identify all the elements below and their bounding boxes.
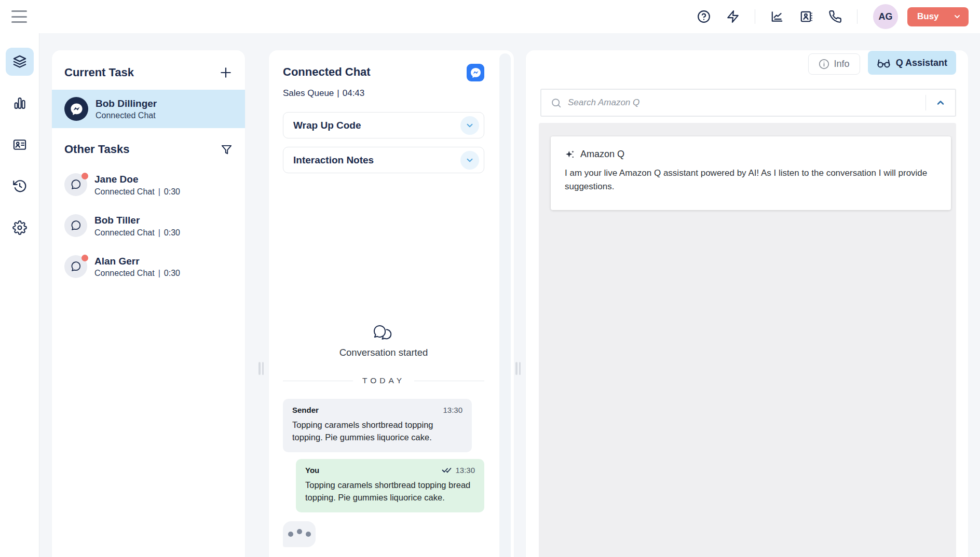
tasks-panel: Current Task Bob Dillinger Connected Cha… — [52, 50, 245, 557]
q-suggestions-section: Amazon Q I am your live Amazon Q assista… — [539, 123, 956, 557]
task-name: Jane Doe — [94, 173, 180, 186]
message-text: Topping caramels shortbread topping brea… — [305, 479, 475, 504]
delivered-check-icon — [442, 466, 452, 474]
sidebar-item-settings[interactable] — [6, 214, 34, 242]
amazon-q-card-body: I am your live Amazon Q assistant powere… — [565, 166, 937, 194]
amazon-q-card-title: Amazon Q — [580, 149, 624, 160]
avatar-initials: AG — [879, 11, 893, 22]
top-bar-actions: AG Busy — [689, 4, 969, 29]
search-input[interactable] — [562, 98, 925, 108]
tab-q-assistant[interactable]: Q Assistant — [868, 51, 956, 75]
interaction-notes-accordion[interactable]: Interaction Notes — [283, 147, 484, 173]
task-channel: Connected Chat — [94, 187, 155, 196]
message-bubble-incoming: Sender 13:30 Topping caramels shortbread… — [283, 399, 472, 452]
glasses-icon — [877, 56, 891, 70]
chat-bubbles-icon — [372, 325, 395, 342]
task-duration: 0:30 — [164, 269, 180, 277]
task-name: Bob Tiller — [94, 214, 180, 227]
bar-chart-icon — [12, 96, 27, 110]
chat-bubble-icon — [64, 255, 87, 278]
current-task-channel: Connected Chat — [96, 111, 157, 120]
task-name: Alan Gerr — [94, 255, 180, 268]
accordion-label: Interaction Notes — [293, 155, 374, 166]
chat-panel: Connected Chat Sales Queue|04:43 Wrap Up… — [269, 50, 514, 557]
agent-status-label: Busy — [917, 11, 939, 22]
conversation-started-label: Conversation started — [339, 347, 428, 358]
message-author: Sender — [292, 406, 319, 414]
messenger-channel-icon[interactable] — [467, 64, 484, 81]
amazon-q-card: Amazon Q I am your live Amazon Q assista… — [551, 136, 951, 210]
current-task-title: Current Task — [64, 66, 134, 79]
metrics-icon[interactable] — [769, 9, 785, 24]
directory-icon[interactable] — [798, 9, 814, 24]
sidebar-item-contacts[interactable] — [6, 131, 34, 159]
messenger-icon — [64, 97, 88, 121]
conversation-started: Conversation started — [283, 325, 484, 358]
quick-connects-icon[interactable] — [725, 9, 741, 24]
search-icon — [551, 98, 562, 108]
settings-gear-icon — [12, 220, 27, 235]
task-duration: 0:30 — [164, 187, 180, 196]
phone-icon[interactable] — [827, 9, 843, 24]
chevron-down-icon[interactable] — [460, 116, 479, 135]
unread-dot — [81, 173, 88, 179]
plus-icon — [219, 66, 233, 79]
tab-info[interactable]: Info — [808, 53, 860, 75]
contact-timer: 04:43 — [343, 88, 365, 98]
other-tasks-title: Other Tasks — [64, 143, 130, 156]
sidebar-item-metrics[interactable] — [6, 89, 34, 117]
typing-indicator — [283, 521, 316, 547]
chat-bubble-icon — [64, 214, 87, 237]
history-icon — [12, 179, 27, 193]
task-row-jane-doe[interactable]: Jane Doe Connected Chat|0:30 — [52, 164, 245, 205]
navigation-rail — [0, 33, 39, 557]
help-icon[interactable] — [696, 9, 712, 24]
tasks-layers-icon — [12, 54, 27, 69]
assistant-panel: Info Q Assistant Amazon Q I am your live… — [526, 50, 968, 557]
task-channel: Connected Chat — [94, 228, 155, 237]
divider — [857, 9, 857, 24]
panel-resize-handle[interactable] — [258, 362, 264, 375]
collapse-chevron-up-icon[interactable] — [926, 90, 955, 116]
message-time: 13:30 — [443, 406, 462, 414]
menu-icon[interactable] — [11, 10, 27, 23]
sidebar-item-history[interactable] — [6, 172, 34, 200]
sparkle-icon — [565, 149, 575, 160]
message-author: You — [305, 466, 319, 475]
task-channel: Connected Chat — [94, 269, 155, 277]
queue-label: Sales Queue — [283, 88, 334, 98]
panel-resize-handle[interactable] — [515, 362, 521, 375]
chat-bubble-icon — [64, 173, 87, 196]
assistant-tabs: Info Q Assistant — [526, 50, 968, 75]
unread-dot — [81, 255, 88, 261]
chevron-down-icon — [953, 12, 961, 21]
chevron-down-icon[interactable] — [460, 151, 479, 170]
queue-and-timer: Sales Queue|04:43 — [283, 88, 484, 99]
chat-title: Connected Chat — [283, 64, 371, 80]
q-search-bar — [540, 89, 956, 117]
sidebar-item-tasks[interactable] — [6, 48, 34, 76]
info-icon — [819, 59, 829, 69]
message-text: Topping caramels shortbread topping topp… — [292, 419, 462, 444]
tab-q-assistant-label: Q Assistant — [896, 58, 947, 68]
day-divider: TODAY — [283, 376, 484, 385]
wrap-up-code-accordion[interactable]: Wrap Up Code — [283, 112, 484, 138]
divider — [755, 9, 755, 24]
accordion-label: Wrap Up Code — [293, 120, 361, 131]
other-tasks-list: Jane Doe Connected Chat|0:30 Bob Tiller … — [52, 164, 245, 287]
contact-card-icon — [12, 137, 27, 152]
add-task-button[interactable] — [219, 66, 233, 79]
avatar[interactable]: AG — [873, 4, 898, 29]
agent-status-button[interactable]: Busy — [907, 7, 969, 26]
task-row-bob-tiller[interactable]: Bob Tiller Connected Chat|0:30 — [52, 205, 245, 246]
task-duration: 0:30 — [164, 228, 180, 237]
day-divider-label: TODAY — [353, 376, 414, 385]
tab-info-label: Info — [834, 59, 850, 69]
task-row-alan-gerr[interactable]: Alan Gerr Connected Chat|0:30 — [52, 246, 245, 287]
chat-scrollbar[interactable] — [499, 53, 511, 557]
top-bar: AG Busy — [0, 0, 980, 33]
current-task-row[interactable]: Bob Dillinger Connected Chat — [52, 90, 245, 128]
filter-icon[interactable] — [221, 144, 233, 156]
message-bubble-outgoing: You 13:30 Topping caramels shortbread to… — [296, 459, 484, 512]
current-task-name: Bob Dillinger — [96, 98, 157, 110]
